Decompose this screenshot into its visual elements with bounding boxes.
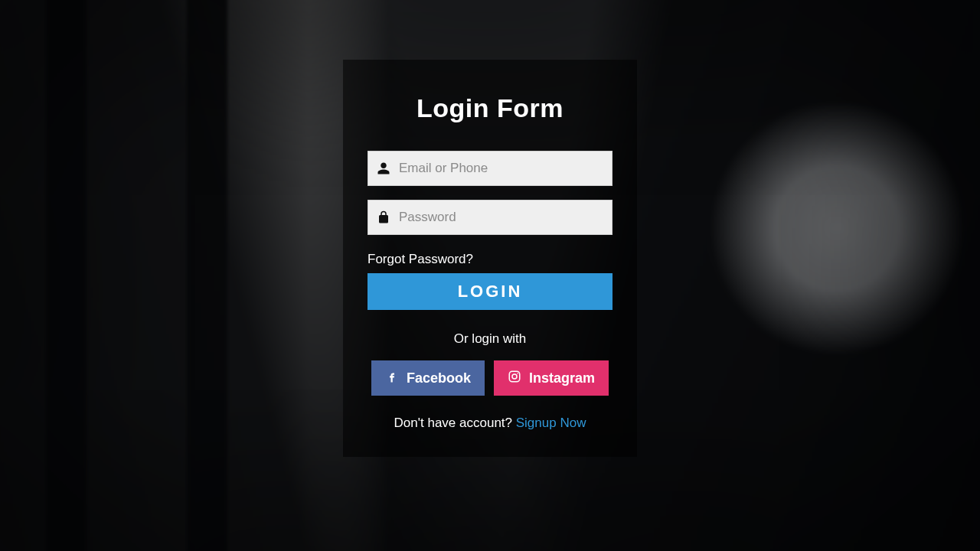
form-title: Login Form — [368, 93, 612, 123]
facebook-button[interactable]: Facebook — [371, 360, 485, 396]
login-button[interactable]: LOGIN — [368, 273, 612, 310]
social-row: Facebook Instagram — [368, 360, 612, 396]
lock-icon — [377, 210, 390, 224]
forgot-password-link[interactable]: Forgot Password? — [368, 252, 473, 267]
signup-row: Don't have account? Signup Now — [368, 416, 612, 431]
signup-link[interactable]: Signup Now — [516, 416, 586, 430]
instagram-button[interactable]: Instagram — [494, 360, 609, 396]
instagram-icon — [508, 370, 521, 387]
login-card: Login Form Forgot Password? LOGIN Or log… — [343, 60, 637, 457]
facebook-icon — [385, 370, 399, 387]
facebook-label: Facebook — [407, 370, 471, 386]
password-input[interactable] — [368, 200, 612, 235]
instagram-label: Instagram — [529, 370, 595, 386]
email-input[interactable] — [368, 151, 612, 186]
password-field-wrapper — [368, 200, 612, 235]
email-field-wrapper — [368, 151, 612, 186]
svg-point-1 — [512, 374, 517, 379]
svg-point-2 — [517, 373, 518, 374]
svg-rect-0 — [509, 371, 520, 382]
user-icon — [377, 161, 390, 175]
social-divider-text: Or login with — [368, 331, 612, 347]
signup-prompt: Don't have account? — [394, 416, 516, 430]
